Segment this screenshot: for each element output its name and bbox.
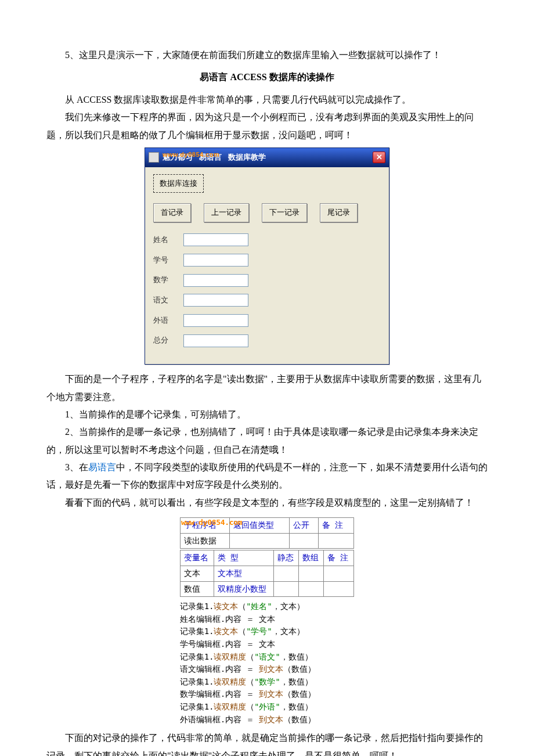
next-record-button[interactable]: 下一记录 (262, 203, 307, 222)
window-body: 数据库连接 首记录 上一记录 下一记录 尾记录 姓名 学号 数学 语文 (145, 167, 389, 365)
note-2: 2、当前操作的是哪一条记录，也别搞错了，呵呵！由于具体是读取哪一条记录是由记录集… (46, 423, 488, 459)
table-row: 变量名 类 型 静态 数组 备 注 (181, 550, 354, 566)
input-total[interactable] (183, 334, 248, 347)
p9q: 读出数据 (171, 751, 208, 756)
close-icon[interactable]: ✕ (373, 152, 385, 163)
code-line: 姓名编辑框.内容 ＝ 文本 (180, 613, 354, 626)
table-row: 数值 双精度小数型 (181, 581, 354, 597)
td-type1: 文本型 (214, 566, 273, 582)
td-public (289, 533, 319, 549)
table-row: 文本 文本型 (181, 566, 354, 582)
table-row: 子程序名 返回值类型 公开 备 注 (181, 518, 354, 534)
app-icon (149, 152, 159, 163)
code-line: 学号编辑框.内容 ＝ 文本 (180, 638, 354, 651)
titlebar: www.dy0854.com 魅力都匀 易语言 数据库教学 ✕ (145, 148, 389, 167)
title-part-3: 数据库教学 (228, 153, 266, 161)
label-math: 数学 (153, 273, 176, 287)
code-lines: 记录集1.读文本（"姓名"，文本） 姓名编辑框.内容 ＝ 文本 记录集1.读文本… (180, 600, 354, 726)
th-public: 公开 (289, 518, 319, 534)
db-connect-button[interactable]: 数据库连接 (153, 174, 204, 193)
paragraph-intro-2-text: 我们先来修改一下程序的界面，因为这只是一个小例程而已，没有考虑到界面的美观及实用… (46, 112, 474, 139)
td (298, 581, 323, 597)
watermark-text: www.dy0854.com (163, 149, 219, 161)
last-record-button[interactable]: 尾记录 (320, 203, 358, 222)
td-type2: 双精度小数型 (214, 581, 273, 597)
code-line: 语文编辑框.内容 ＝ 到文本（数值） (180, 663, 354, 676)
th-type: 类 型 (214, 550, 273, 566)
paragraph-sub-desc: 下面的是一个子程序，子程序的名字是"读出数据"，主要用于从数据库中读取所需要的数… (46, 370, 488, 406)
th-static: 静态 (273, 550, 298, 566)
td (324, 581, 354, 597)
td-rettype (230, 533, 289, 549)
p4q: 读出数据 (227, 374, 264, 384)
note-2-text: 2、当前操作的是哪一条记录，也别搞错了，呵呵！由于具体是读取哪一条记录是由记录集… (46, 427, 478, 454)
code-line: 记录集1.读双精度（"数学"，数值） (180, 676, 354, 689)
table-row: 读出数据 (181, 533, 354, 549)
paragraph-code-intro: 看看下面的代码，就可以看出，有些字段是文本型的，有些字段是双精度型的，这里一定别… (46, 494, 488, 512)
field-chinese: 语文 (153, 293, 381, 308)
yiyuyan-link[interactable]: 易语言 (88, 462, 116, 472)
td-remark (319, 533, 354, 549)
code-line: 数学编辑框.内容 ＝ 到文本（数值） (180, 688, 354, 701)
field-id: 学号 (153, 253, 381, 268)
paragraph-intro-2: 我们先来修改一下程序的界面，因为这只是一个小例程而已，没有考虑到界面的美观及实用… (46, 109, 488, 144)
input-name[interactable] (183, 233, 248, 246)
th-subname: 子程序名 (181, 518, 230, 534)
td-var2: 数值 (181, 581, 214, 597)
sub-table: 子程序名 返回值类型 公开 备 注 读出数据 (180, 517, 354, 549)
first-record-button[interactable]: 首记录 (153, 203, 191, 222)
th-remark2: 备 注 (324, 550, 354, 566)
paragraph-final: 下面的对记录的操作了，代码非常的简单，就是确定当前操作的哪一条记录，然后把指针指… (46, 729, 488, 756)
input-foreign[interactable] (183, 314, 248, 327)
td (324, 566, 354, 582)
paragraph-5: 5、这里只是演示一下，大家随便在前面我们所建立的数据库里输入一些数据就可以操作了… (46, 46, 488, 64)
note-1: 1、当前操作的是哪个记录集，可别搞错了。 (46, 406, 488, 423)
td (273, 581, 298, 597)
field-foreign: 外语 (153, 314, 381, 328)
input-id[interactable] (183, 254, 248, 267)
code-block: www.dy0854.com 子程序名 返回值类型 公开 备 注 读出数据 变量… (180, 517, 354, 726)
var-table: 变量名 类 型 静态 数组 备 注 文本 文本型 数值 双精度小数型 (180, 550, 354, 597)
input-chinese[interactable] (183, 294, 248, 307)
th-varname: 变量名 (181, 550, 214, 566)
app-window: www.dy0854.com 魅力都匀 易语言 数据库教学 ✕ 数据库连接 首记… (145, 147, 389, 365)
label-foreign: 外语 (153, 314, 176, 328)
td-subname: 读出数据 (181, 533, 230, 549)
paragraph-intro-1: 从 ACCESS 数据库读取数据是件非常简单的事，只需要几行代码就可以完成操作了… (46, 91, 488, 109)
field-math: 数学 (153, 273, 381, 287)
field-name: 姓名 (153, 233, 381, 247)
label-chinese: 语文 (153, 293, 176, 308)
section-heading: 易语言 ACCESS 数据库的读操作 (46, 69, 488, 86)
code-line: 记录集1.读双精度（"语文"，数值） (180, 651, 354, 664)
td (273, 566, 298, 582)
label-total: 总分 (153, 333, 176, 348)
code-line: 记录集1.读文本（"姓名"，文本） (180, 600, 354, 613)
screenshot-window-wrap: www.dy0854.com 魅力都匀 易语言 数据库教学 ✕ 数据库连接 首记… (46, 147, 488, 365)
code-line: 记录集1.读文本（"学号"，文本） (180, 625, 354, 638)
code-block-wrap: www.dy0854.com 子程序名 返回值类型 公开 备 注 读出数据 变量… (46, 517, 488, 726)
window-title: www.dy0854.com 魅力都匀 易语言 数据库教学 (163, 150, 266, 165)
th-remark: 备 注 (319, 518, 354, 534)
code-line: 外语编辑框.内容 ＝ 到文本（数值） (180, 714, 354, 726)
p9b: 这个子程序去处理了，是不是很简单，呵呵！ (212, 751, 398, 756)
label-name: 姓名 (153, 233, 176, 247)
th-array: 数组 (298, 550, 323, 566)
code-line: 记录集1.读双精度（"外语"，数值） (180, 701, 354, 714)
th-rettype: 返回值类型 (230, 518, 289, 534)
p7a: 3、在 (65, 462, 88, 472)
note-3: 3、在易语言中，不同字段类型的读取所使用的代码是不一样的，注意一下，如果不清楚要… (46, 459, 488, 494)
td-var1: 文本 (181, 566, 214, 582)
td (298, 566, 323, 582)
input-math[interactable] (183, 274, 248, 287)
prev-record-button[interactable]: 上一记录 (204, 203, 249, 222)
field-total: 总分 (153, 333, 381, 348)
label-id: 学号 (153, 253, 176, 268)
p4a: 下面的是一个子程序，子程序的名字是 (65, 374, 223, 384)
nav-button-row: 首记录 上一记录 下一记录 尾记录 (153, 203, 381, 222)
